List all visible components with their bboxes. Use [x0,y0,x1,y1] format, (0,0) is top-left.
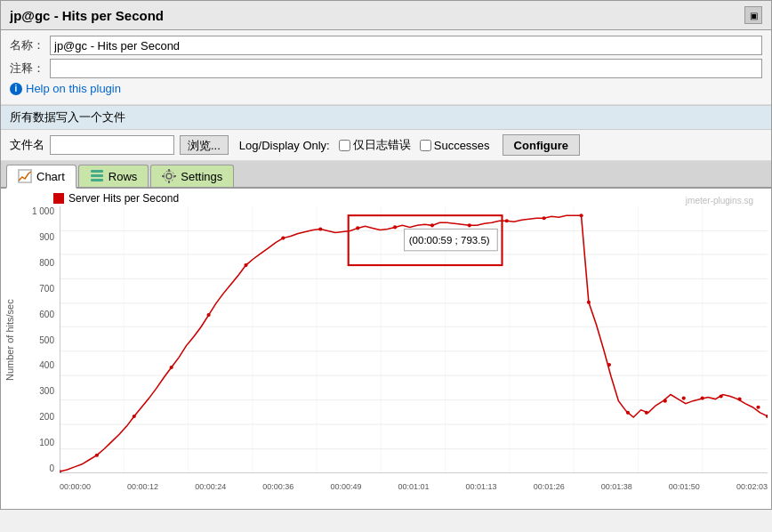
errors-label: 仅日志错误 [353,137,411,153]
y-tick-500: 500 [39,335,54,345]
svg-point-34 [170,366,173,369]
x-tick-5: 00:01:01 [398,482,429,491]
y-tick-800: 800 [39,258,54,268]
svg-point-32 [95,454,99,457]
section-header: 所有数据写入一个文件 [1,105,771,130]
file-label: 文件名 [10,137,44,153]
svg-point-40 [393,225,397,229]
svg-point-41 [430,223,434,227]
legend-label: Server Hits per Second [68,192,179,205]
log-display-label: Log/Display Only: [239,139,330,152]
svg-point-42 [468,223,471,227]
svg-point-52 [701,397,704,400]
file-row: 文件名 浏览... Log/Display Only: 仅日志错误 Succes… [1,130,771,161]
svg-rect-2 [91,170,103,173]
x-tick-1: 00:00:12 [127,482,158,491]
tab-settings[interactable]: Settings [150,165,234,187]
y-tick-400: 400 [39,360,54,370]
y-tick-700: 700 [39,284,54,294]
svg-point-39 [356,226,359,230]
window-title: jp@gc - Hits per Second [10,8,164,23]
comment-label: 注释： [10,60,44,77]
successes-checkbox-label[interactable]: Successes [420,139,490,152]
svg-point-38 [318,227,322,230]
y-axis-label: Number of hits/sec [4,206,19,491]
data-line [60,215,768,472]
errors-checkbox-label[interactable]: 仅日志错误 [339,137,411,153]
x-tick-4: 00:00:49 [330,482,361,491]
y-tick-900: 900 [39,232,54,242]
svg-point-47 [607,363,611,367]
y-tick-1000: 1 000 [32,206,54,216]
chart-area: Server Hits per Second jmeter-plugins.sg… [1,189,771,509]
svg-rect-8 [168,181,170,183]
svg-point-45 [579,214,583,217]
settings-tab-icon [162,169,176,183]
comment-input[interactable] [50,59,762,78]
svg-point-37 [281,237,285,240]
svg-point-50 [663,399,667,403]
y-tick-0: 0 [49,463,54,473]
help-link[interactable]: i Help on this plugin [10,82,762,95]
chart-svg: (00:00:59 ; 793.5) [60,206,768,473]
svg-point-51 [682,397,686,400]
svg-point-36 [244,263,247,267]
legend-color [53,193,64,204]
tab-bar: Chart Rows Settings [1,161,771,189]
svg-point-54 [737,398,741,401]
chart-plot: (00:00:59 ; 793.5) [60,206,768,473]
help-link-text: Help on this plugin [26,82,121,95]
svg-point-5 [166,173,172,179]
successes-checkbox[interactable] [420,140,431,151]
rows-tab-icon [90,169,104,183]
chart-container: Number of hits/sec 0 100 200 300 400 500… [4,206,768,491]
svg-rect-3 [91,174,103,177]
name-row: 名称： [10,36,762,55]
svg-point-35 [206,313,210,317]
y-tick-300: 300 [39,386,54,396]
x-tick-8: 00:01:38 [601,482,632,491]
svg-rect-4 [91,179,103,181]
browse-button[interactable]: 浏览... [180,135,229,155]
chart-tab-icon [18,169,32,183]
name-input[interactable] [50,36,762,55]
tab-chart[interactable]: Chart [6,165,76,189]
svg-point-44 [543,216,546,220]
y-tick-600: 600 [39,310,54,319]
x-tick-7: 00:01:26 [534,482,565,491]
svg-point-49 [645,411,648,415]
x-tick-2: 00:00:24 [195,482,226,491]
tab-chart-label: Chart [36,170,65,183]
y-axis-ticks: 0 100 200 300 400 500 600 700 800 900 1 … [26,206,58,473]
svg-text:(00:00:59 ; 793.5): (00:00:59 ; 793.5) [409,235,490,246]
svg-point-46 [587,301,591,304]
x-axis-ticks: 00:00:00 00:00:12 00:00:24 00:00:36 00:0… [60,482,768,491]
svg-point-43 [505,219,509,222]
title-bar: jp@gc - Hits per Second ▣ [1,1,771,30]
watermark: jmeter-plugins.sg [686,196,762,206]
window-collapse-button[interactable]: ▣ [744,6,762,24]
y-tick-200: 200 [39,412,54,422]
errors-checkbox[interactable] [339,140,350,151]
tab-rows[interactable]: Rows [78,165,149,187]
form-section: 名称： 注释： i Help on this plugin [1,30,771,105]
tab-settings-label: Settings [181,170,222,183]
x-tick-3: 00:00:36 [262,482,294,491]
x-tick-6: 00:01:13 [466,482,497,491]
comment-row: 注释： [10,59,762,78]
svg-rect-9 [162,175,165,177]
configure-button[interactable]: Configure [503,134,580,156]
tab-rows-label: Rows [109,170,138,183]
main-window: jp@gc - Hits per Second ▣ 名称： 注释： i Help… [0,0,772,510]
svg-point-6 [164,171,174,181]
file-input[interactable] [50,135,174,155]
x-tick-0: 00:00:00 [60,482,91,491]
successes-label: Successes [434,139,490,152]
help-icon: i [10,83,22,95]
x-tick-10: 00:02:03 [736,482,768,491]
x-tick-9: 00:01:50 [669,482,700,491]
svg-rect-7 [168,169,170,172]
svg-point-33 [133,415,136,418]
svg-rect-0 [19,170,31,182]
y-tick-100: 100 [39,438,54,447]
